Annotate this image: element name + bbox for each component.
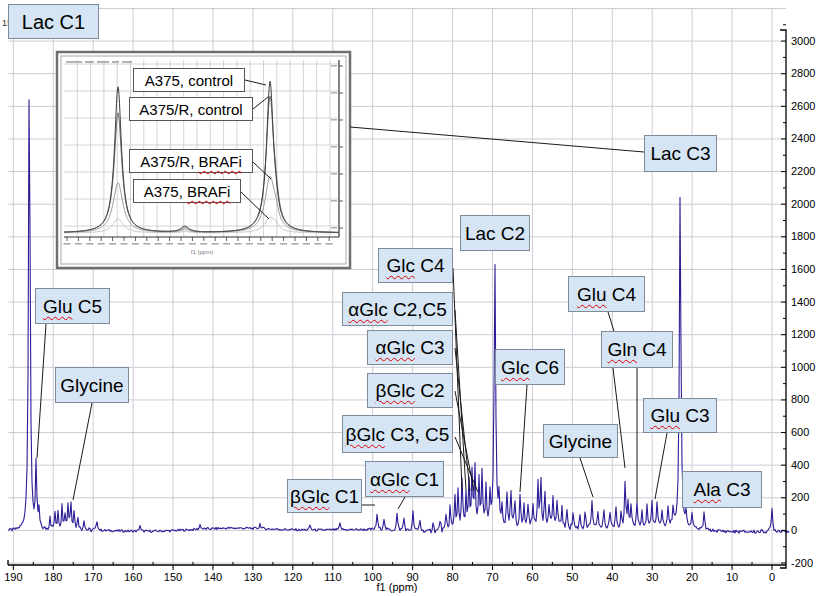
peak-label-text: βGlc	[375, 381, 414, 400]
peak-label-a375r-brafi[interactable]: A375/R, BRAFi	[129, 149, 253, 173]
y-tick-label: 2800	[791, 68, 833, 79]
y-tick-label: 1000	[791, 362, 833, 373]
peak-label-text: αGlc	[375, 338, 414, 357]
peak-label-aglc-c2c5[interactable]: αGlc C2,C5	[342, 292, 453, 326]
x-tick-label: 120	[276, 572, 310, 583]
peak-label-text: C1	[329, 487, 359, 506]
peak-label-text: C4	[607, 285, 637, 304]
peak-label-text: Lac C1	[22, 12, 85, 32]
y-tick-label: 0	[791, 525, 833, 536]
x-tick-label: 70	[475, 572, 509, 583]
peak-label-text: C4	[637, 340, 667, 359]
peak-label-lac-c2[interactable]: Lac C2	[460, 215, 530, 251]
peak-label-text: Gln	[607, 340, 637, 359]
peak-label-aglc-c3[interactable]: αGlc C3	[367, 330, 453, 365]
peak-label-bglc-c2[interactable]: βGlc C2	[367, 373, 453, 408]
y-tick-label: 800	[791, 394, 833, 405]
x-tick-label: 150	[156, 572, 190, 583]
peak-label-text: BRAFi	[187, 184, 230, 199]
x-tick-label: 10	[715, 572, 749, 583]
x-axis-title: f1 (ppm)	[362, 582, 432, 593]
peak-label-text: αGlc	[348, 300, 387, 319]
peak-label-text: Glu	[650, 406, 680, 425]
peak-label-ala-c3[interactable]: Ala C3	[682, 471, 762, 508]
peak-label-lac-c3[interactable]: Lac C3	[644, 135, 717, 172]
y-tick-label: 1400	[791, 297, 833, 308]
peak-label-text: A375, control	[145, 73, 233, 88]
x-tick-label: 160	[116, 572, 150, 583]
peak-label-text: C5	[73, 297, 103, 316]
peak-label-a375r-control[interactable]: A375/R, control	[129, 97, 253, 121]
x-tick-label: 130	[236, 572, 270, 583]
peak-label-gln-c4[interactable]: Gln C4	[601, 331, 673, 368]
peak-label-text: αGlc	[370, 470, 409, 489]
peak-label-glycine-right[interactable]: Glycine	[543, 424, 618, 458]
y-tick-label: 600	[791, 427, 833, 438]
peak-label-bglc-c3c5[interactable]: βGlc C3, C5	[342, 415, 453, 453]
peak-label-glc-c4[interactable]: Glc C4	[378, 248, 453, 283]
peak-label-text: Glu	[43, 297, 73, 316]
peak-label-a375-brafi[interactable]: A375, BRAFi	[133, 179, 241, 203]
x-tick-label: 50	[555, 572, 589, 583]
x-tick-label: 20	[675, 572, 709, 583]
x-tick-label: 0	[755, 572, 789, 583]
y-tick-label: 2600	[791, 101, 833, 112]
peak-label-text: C2	[415, 381, 445, 400]
peak-label-text: Glc	[386, 256, 415, 275]
peak-label-text: Glycine	[60, 376, 123, 395]
x-tick-label: 30	[635, 572, 669, 583]
peak-label-text: βGlc	[346, 425, 385, 444]
peak-label-text: C3	[721, 480, 751, 499]
y-tick-label: 2200	[791, 166, 833, 177]
peak-label-aglc-c1[interactable]: αGlc C1	[365, 461, 444, 497]
peak-label-text: C3	[415, 338, 445, 357]
peak-label-bglc-c1[interactable]: βGlc C1	[287, 479, 362, 513]
peak-label-glycine-left[interactable]: Glycine	[55, 367, 129, 403]
peak-label-text: Lac C3	[650, 144, 710, 163]
peak-label-text: Ala	[693, 480, 720, 499]
y-tick-label: 1800	[791, 231, 833, 242]
peak-label-text: A375/R,	[140, 154, 198, 169]
peak-label-text: βGlc	[290, 487, 329, 506]
peak-label-lac-c1[interactable]: Lac C1	[8, 4, 99, 39]
peak-label-text: A375,	[144, 184, 187, 199]
peak-label-glu-c5[interactable]: Glu C5	[35, 288, 110, 324]
peak-label-text: BRAFi	[199, 154, 242, 169]
x-tick-label: 40	[595, 572, 629, 583]
peak-label-text: C2,C5	[388, 300, 447, 319]
peak-label-text: Glu	[577, 285, 607, 304]
peak-label-text: A375/R, control	[139, 102, 242, 117]
x-tick-label: 110	[316, 572, 350, 583]
y-tick-label: 200	[791, 492, 833, 503]
peak-label-a375-control[interactable]: A375, control	[133, 68, 245, 92]
x-tick-label: 80	[436, 572, 470, 583]
peak-label-text: Glc	[501, 358, 530, 377]
y-tick-label: 1200	[791, 329, 833, 340]
x-tick-label: 180	[36, 572, 70, 583]
peak-label-text: C3, C5	[385, 425, 449, 444]
peak-label-text: C6	[529, 358, 559, 377]
peak-label-text: C4	[415, 256, 445, 275]
peak-label-glu-c4[interactable]: Glu C4	[568, 276, 645, 312]
y-tick-label: -200	[791, 558, 833, 569]
y-tick-label: 2400	[791, 133, 833, 144]
y-tick-label: 400	[791, 460, 833, 471]
x-tick-label: 190	[0, 572, 30, 583]
peak-label-text: Glycine	[549, 432, 612, 451]
inset-x-axis-title: f1 (ppm)	[172, 249, 232, 255]
y-tick-label: 3000	[791, 36, 833, 47]
nmr-spectrum-view: 3000280026002400220020001800160014001200…	[0, 0, 839, 596]
peak-label-glc-c6[interactable]: Glc C6	[495, 349, 565, 385]
x-tick-label: 170	[76, 572, 110, 583]
x-tick-label: 140	[196, 572, 230, 583]
peak-label-text: Lac C2	[465, 224, 525, 243]
peak-label-text: C3	[680, 406, 710, 425]
x-tick-label: 60	[515, 572, 549, 583]
y-tick-label: 2000	[791, 199, 833, 210]
peak-label-glu-c3[interactable]: Glu C3	[643, 398, 717, 433]
peak-label-text: C1	[409, 470, 439, 489]
y-tick-label: 1600	[791, 264, 833, 275]
